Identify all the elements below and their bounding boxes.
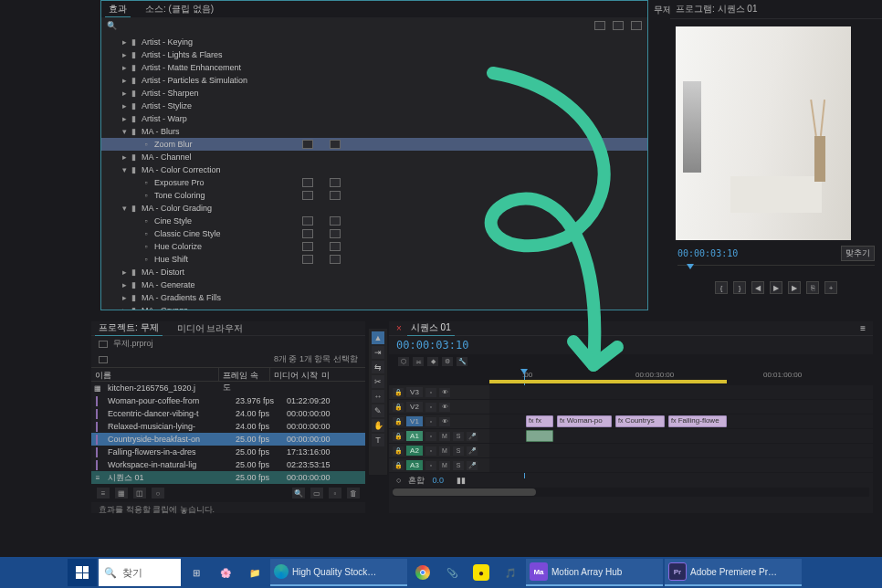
- asset-row[interactable]: ▦kitchen-2165756_1920.j: [91, 382, 365, 394]
- new-item-button[interactable]: ▫: [329, 488, 341, 499]
- task-view-button[interactable]: ⊞: [183, 559, 210, 586]
- audio-clip[interactable]: [526, 430, 553, 442]
- col-start[interactable]: 미디어 시작: [270, 368, 321, 381]
- preset-icon[interactable]: [330, 229, 341, 238]
- folder-row[interactable]: ▸▮MA - Distort: [101, 266, 647, 278]
- pen-tool[interactable]: ✎: [372, 404, 384, 417]
- folder-row[interactable]: ▸▮MA - Gradients & Fills: [101, 291, 647, 304]
- hand-tool[interactable]: ✋: [372, 419, 384, 432]
- tab-project[interactable]: 프로젝트: 무제: [95, 320, 163, 336]
- effect-row[interactable]: ▫Hue Shift: [101, 253, 647, 266]
- link-button[interactable]: ⫘: [413, 357, 424, 366]
- work-area-bar[interactable]: [489, 380, 727, 383]
- asset-row[interactable]: Falling-flowers-in-a-dres25.00 fps17:13:…: [91, 446, 365, 458]
- lock-icon[interactable]: 🔒: [393, 388, 404, 397]
- filter-icon[interactable]: [99, 356, 108, 363]
- audio-lane[interactable]: [489, 458, 873, 473]
- folder-row[interactable]: ▾▮MA - Color Correction: [101, 163, 647, 176]
- solo-button[interactable]: S: [453, 461, 464, 470]
- voice-icon[interactable]: 🎤: [467, 461, 478, 470]
- preset-icon[interactable]: [302, 242, 313, 251]
- step-back-button[interactable]: ◀: [751, 281, 764, 294]
- toggle-icon[interactable]: ▫: [425, 461, 436, 470]
- preset-icon[interactable]: [302, 255, 313, 264]
- eye-icon[interactable]: 👁: [439, 388, 450, 397]
- time-ruler[interactable]: :0000:00:30:0000:01:00:00: [489, 369, 873, 385]
- folder-row[interactable]: ▾▮MA - Color Grading: [101, 202, 647, 215]
- zoom-fit-dropdown[interactable]: 맞추기: [841, 246, 875, 261]
- track-select-tool[interactable]: ⇥: [372, 346, 384, 359]
- audio-lane[interactable]: [489, 444, 873, 458]
- toggle-output-icon[interactable]: ▫: [425, 388, 436, 397]
- effect-row[interactable]: ▫Classic Cine Style: [101, 227, 647, 240]
- track-label[interactable]: A2: [406, 446, 423, 456]
- folder-row[interactable]: ▸▮MA - Generate: [101, 278, 647, 291]
- motion-array-window[interactable]: MaMotion Array Hub: [526, 559, 663, 586]
- asset-row[interactable]: Countryside-breakfast-on25.00 fps00:00:0…: [91, 433, 365, 446]
- preset-icon[interactable]: [302, 229, 313, 238]
- mute-button[interactable]: M: [439, 432, 450, 441]
- video-clip[interactable]: fx fx: [526, 415, 553, 427]
- icon-view-button[interactable]: ▦: [115, 488, 128, 499]
- folder-row[interactable]: ▸▮Artist - Lights & Flares: [101, 48, 647, 61]
- timeline-zoom-bar[interactable]: [393, 488, 869, 497]
- folder-row[interactable]: ▸▮Artist - Matte Enhancement: [101, 61, 647, 74]
- solo-button[interactable]: S: [453, 446, 464, 456]
- program-timecode[interactable]: 00:00:03:10: [677, 248, 738, 258]
- list-view-button[interactable]: ≡: [97, 488, 110, 499]
- effect-row[interactable]: ▫Exposure Pro: [101, 176, 647, 189]
- tab-effects[interactable]: 효과: [105, 2, 131, 17]
- tab-source[interactable]: 소스: (클립 없음): [142, 2, 217, 16]
- preset-icon[interactable]: [330, 140, 341, 149]
- preset-icon[interactable]: [330, 216, 341, 226]
- step-forward-button[interactable]: ▶: [788, 281, 801, 294]
- toggle-output-icon[interactable]: ▫: [425, 403, 436, 412]
- new-bin-button[interactable]: ▭: [310, 488, 323, 499]
- taskbar-search[interactable]: 🔍찾기: [99, 559, 181, 586]
- close-sequence-icon[interactable]: ×: [396, 323, 402, 333]
- track-label[interactable]: A1: [406, 431, 423, 441]
- asset-list[interactable]: ▦kitchen-2165756_1920.jWoman-pour-coffee…: [91, 382, 365, 484]
- video-track-head[interactable]: 🔒V3▫👁: [389, 385, 489, 400]
- toggle-icon[interactable]: ▫: [425, 446, 436, 456]
- track-label[interactable]: A3: [406, 460, 423, 470]
- edge-window[interactable]: High Quality Stock…: [270, 559, 407, 586]
- col-end[interactable]: 미: [321, 368, 340, 381]
- toggle-icon[interactable]: ▫: [425, 432, 436, 441]
- program-preview[interactable]: [676, 26, 851, 240]
- voice-icon[interactable]: 🎤: [467, 432, 478, 441]
- razor-tool[interactable]: ✂: [372, 375, 384, 388]
- preset-icon[interactable]: [302, 178, 313, 187]
- video-lane[interactable]: [489, 400, 873, 415]
- ripple-tool[interactable]: ⇆: [372, 361, 384, 373]
- premiere-window[interactable]: PrAdobe Premiere Pr…: [665, 559, 802, 586]
- video-track-head[interactable]: 🔒V2▫👁: [389, 400, 489, 415]
- track-label[interactable]: V2: [406, 402, 423, 412]
- mark-out-button[interactable]: }: [733, 281, 746, 294]
- preset-icon[interactable]: [302, 140, 313, 149]
- track-label[interactable]: V1: [406, 416, 423, 426]
- folder-row[interactable]: ▸▮Artist - Warp: [101, 112, 647, 125]
- eye-icon[interactable]: 👁: [439, 417, 450, 426]
- preset-icon[interactable]: [594, 21, 605, 30]
- trash-button[interactable]: 🗑: [347, 488, 360, 499]
- lock-icon[interactable]: 🔒: [393, 432, 404, 441]
- mark-in-button[interactable]: {: [715, 281, 728, 294]
- preset-icon[interactable]: [613, 21, 624, 30]
- timeline-timecode[interactable]: 00:00:03:10: [389, 336, 873, 354]
- zoom-slider[interactable]: ○: [152, 488, 164, 499]
- marker-button[interactable]: ◆: [427, 357, 438, 366]
- preset-icon[interactable]: [330, 255, 341, 264]
- audio-track-head[interactable]: 🔒A1▫MS🎤: [389, 429, 489, 444]
- video-clip[interactable]: fx Woman-po: [557, 415, 612, 427]
- folder-row[interactable]: ▸▮Artist - Particles & Simulation: [101, 74, 647, 87]
- folder-row[interactable]: ▸▮MA - Channel: [101, 151, 647, 163]
- lock-icon[interactable]: 🔒: [393, 403, 404, 412]
- effect-row[interactable]: ▫Cine Style: [101, 215, 647, 227]
- lock-icon[interactable]: 🔒: [393, 446, 404, 456]
- lock-icon[interactable]: 🔒: [393, 461, 404, 470]
- effects-tree[interactable]: ▸▮Artist - Keying▸▮Artist - Lights & Fla…: [101, 34, 647, 310]
- kakao-button[interactable]: ●: [467, 559, 495, 586]
- video-lane[interactable]: [489, 385, 873, 400]
- asset-row[interactable]: ≡시퀀스 0125.00 fps00:00:00:00: [91, 471, 365, 484]
